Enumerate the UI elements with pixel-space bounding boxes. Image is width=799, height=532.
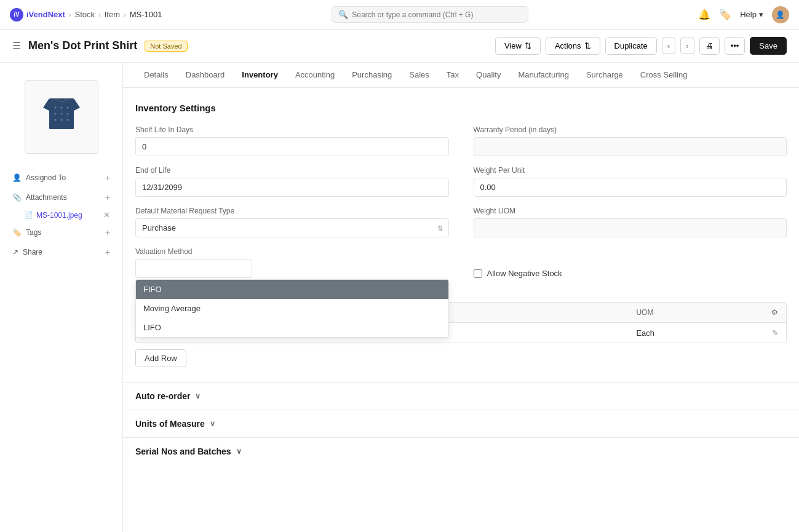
dropdown-item-lifo[interactable]: LIFO — [136, 318, 448, 337]
weight-per-unit-input[interactable] — [474, 178, 787, 197]
row-edit-icon[interactable]: ✎ — [772, 328, 779, 338]
view-label: View — [504, 41, 522, 50]
tab-purchasing[interactable]: Purchasing — [343, 63, 400, 88]
sidebar-item-assigned-to[interactable]: 👤 Assigned To + — [7, 169, 115, 187]
avatar[interactable]: 👤 — [772, 6, 789, 23]
breadcrumb-stock[interactable]: Stock — [75, 10, 95, 19]
dropdown-item-fifo[interactable]: FIFO — [136, 280, 448, 299]
search-icon: 🔍 — [338, 10, 348, 19]
dropdown-item-moving-average[interactable]: Moving Average — [136, 299, 448, 318]
save-button[interactable]: Save — [750, 37, 787, 55]
next-button[interactable]: › — [680, 38, 694, 54]
add-row-button[interactable]: Add Row — [135, 349, 186, 367]
valuation-method-group: Valuation Method FIFO Moving Average LIF… — [135, 247, 449, 278]
weight-per-unit-label: Weight Per Unit — [474, 166, 787, 175]
item-image-area — [0, 70, 122, 164]
tab-inventory[interactable]: Inventory — [233, 63, 287, 88]
svg-point-9 — [66, 113, 68, 115]
allow-negative-stock-row: Allow Negative Stock — [474, 269, 787, 278]
tab-quality[interactable]: Quality — [467, 63, 509, 88]
auto-reorder-section: Auto re-order ∨ — [123, 382, 799, 410]
remove-attachment-icon[interactable]: ✕ — [103, 210, 110, 220]
units-of-measure-chevron-icon: ∨ — [210, 419, 215, 428]
auto-reorder-header[interactable]: Auto re-order ∨ — [135, 391, 787, 401]
status-badge: Not Saved — [145, 41, 187, 52]
view-button[interactable]: View ⇅ — [495, 37, 541, 55]
header-settings: ⚙ — [764, 303, 786, 323]
assigned-to-plus-icon[interactable]: + — [105, 173, 110, 183]
units-of-measure-header[interactable]: Units of Measure ∨ — [135, 419, 787, 429]
page-title: Men's Dot Print Shirt — [28, 39, 137, 52]
help-button[interactable]: Help ▾ — [740, 10, 763, 19]
prev-button[interactable]: ‹ — [662, 38, 675, 54]
svg-point-10 — [54, 119, 56, 121]
tab-tax[interactable]: Tax — [438, 63, 467, 88]
actions-button[interactable]: Actions ⇅ — [546, 37, 600, 55]
print-button[interactable]: 🖨 — [699, 37, 720, 55]
share-plus-icon[interactable]: + — [105, 247, 110, 257]
default-material-select[interactable]: Purchase Material Transfer Material Issu… — [135, 218, 449, 237]
row-edit-cell: ✎ — [764, 323, 786, 343]
tags-plus-icon[interactable]: + — [105, 228, 110, 237]
page-header-left: ☰ Men's Dot Print Shirt Not Saved — [12, 39, 188, 52]
item-image — [25, 80, 98, 154]
attachment-filename[interactable]: MS-1001.jpeg — [36, 211, 82, 220]
tab-sales[interactable]: Sales — [400, 63, 438, 88]
tab-accounting[interactable]: Accounting — [287, 63, 343, 88]
search-input[interactable] — [352, 10, 522, 19]
allow-negative-stock-label: Allow Negative Stock — [487, 269, 562, 278]
hamburger-icon[interactable]: ☰ — [12, 40, 21, 52]
file-icon: 📄 — [25, 211, 33, 219]
serial-nos-header[interactable]: Serial Nos and Batches ∨ — [135, 447, 787, 456]
sidebar-item-left: 👤 Assigned To — [12, 173, 66, 182]
sidebar-item-attachments[interactable]: 📎 Attachments + — [7, 188, 115, 207]
brand-logo-area: iV iVendNext — [10, 8, 65, 22]
tab-surcharge[interactable]: Surcharge — [578, 63, 632, 88]
notification-icon[interactable]: 🔔 — [698, 9, 710, 20]
tab-cross-selling[interactable]: Cross Selling — [632, 63, 696, 88]
valuation-dropdown-list: FIFO Moving Average LIFO — [135, 279, 449, 338]
assigned-to-label: Assigned To — [26, 173, 66, 182]
svg-point-8 — [60, 113, 62, 115]
shelf-life-input[interactable] — [135, 137, 449, 156]
sidebar-actions: 👤 Assigned To + 📎 Attachments + 📄 MS-100… — [0, 164, 122, 266]
more-button[interactable]: ••• — [725, 37, 745, 55]
content-area: Details Dashboard Inventory Accounting P… — [123, 63, 799, 532]
end-of-life-group: End of Life — [135, 166, 449, 197]
auto-reorder-chevron-icon: ∨ — [195, 392, 201, 400]
tab-bar: Details Dashboard Inventory Accounting P… — [123, 63, 799, 88]
end-of-life-input[interactable] — [135, 178, 449, 197]
shirt-icon — [37, 92, 86, 141]
allow-negative-stock-checkbox[interactable] — [474, 269, 482, 278]
serial-nos-chevron-icon: ∨ — [236, 447, 242, 456]
warranty-label: Warranty Period (in days) — [474, 125, 787, 134]
svg-point-12 — [66, 119, 68, 121]
actions-label: Actions — [555, 41, 581, 50]
print-icon: 🖨 — [706, 41, 714, 50]
breadcrumb-sep-1: › — [69, 11, 71, 18]
shelf-life-label: Shelf Life In Days — [135, 125, 449, 134]
sidebar-share-left: ↗ Share — [12, 248, 42, 256]
sidebar-attachments-left: 📎 Attachments — [12, 193, 67, 202]
table-gear-icon[interactable]: ⚙ — [771, 308, 778, 317]
tag-sidebar-icon: 🏷️ — [12, 228, 22, 237]
breadcrumb-item[interactable]: Item — [105, 10, 120, 19]
breadcrumb-sep-3: › — [124, 11, 126, 18]
tab-dashboard[interactable]: Dashboard — [177, 63, 234, 88]
duplicate-button[interactable]: Duplicate — [605, 37, 657, 55]
warranty-input[interactable] — [474, 137, 787, 156]
sidebar: 👤 Assigned To + 📎 Attachments + 📄 MS-100… — [0, 63, 123, 532]
inventory-form: Inventory Settings Shelf Life In Days Wa… — [123, 88, 799, 382]
tab-manufacturing[interactable]: Manufacturing — [509, 63, 577, 88]
valuation-method-input[interactable] — [135, 259, 252, 278]
sidebar-item-share[interactable]: ↗ Share + — [7, 243, 115, 261]
breadcrumb-sep-2: › — [98, 11, 101, 18]
serial-nos-title: Serial Nos and Batches — [135, 447, 231, 456]
tag-nav-icon[interactable]: 🏷️ — [719, 9, 731, 20]
weight-uom-input[interactable] — [474, 218, 787, 237]
sidebar-item-tags[interactable]: 🏷️ Tags + — [7, 223, 115, 242]
save-label: Save — [759, 41, 777, 50]
tab-details[interactable]: Details — [135, 63, 177, 88]
attachments-plus-icon[interactable]: + — [105, 193, 110, 202]
breadcrumb-area: iV iVendNext › Stock › Item › MS-1001 — [10, 8, 162, 22]
